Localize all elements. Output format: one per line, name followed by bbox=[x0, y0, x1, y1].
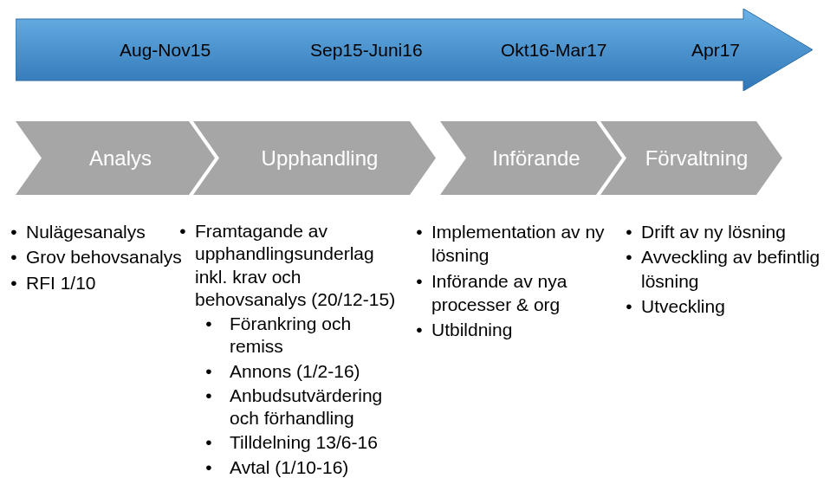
list-item: •Avveckling av befintlig lösning bbox=[617, 245, 821, 293]
list-item: •Drift av ny lösning bbox=[617, 220, 821, 243]
list-item: •RFI 1/10 bbox=[2, 271, 184, 294]
list-item: •Implementation av ny lösning bbox=[407, 220, 606, 268]
timeline-labels: Aug-Nov15 Sep15-Juni16 Okt16-Mar17 Apr17 bbox=[16, 9, 813, 91]
timeline-label-3: Apr17 bbox=[691, 40, 740, 61]
bullet-list: •Framtagande av upphandlingsunderlag ink… bbox=[171, 220, 405, 479]
chevron-shape bbox=[193, 121, 436, 195]
bullet-list: •Implementation av ny lösning •Införande… bbox=[407, 220, 606, 341]
phase-chevrons: Analys Upphandling Införande Förvaltning bbox=[16, 121, 813, 195]
timeline-label-1: Sep15-Juni16 bbox=[310, 40, 423, 61]
list-item: •Tilldelning 13/6-16 bbox=[171, 431, 405, 454]
svg-marker-2 bbox=[193, 121, 436, 195]
detail-col-forvaltning: •Drift av ny lösning •Avveckling av befi… bbox=[617, 220, 821, 320]
phase-chevron-forvaltning: Förvaltning bbox=[600, 121, 782, 195]
chevron-shape bbox=[440, 121, 622, 195]
bullet-list: •Nulägesanalys •Grov behovsanalys •RFI 1… bbox=[2, 220, 184, 294]
chevron-shape bbox=[600, 121, 782, 195]
timeline-arrow: Aug-Nov15 Sep15-Juni16 Okt16-Mar17 Apr17 bbox=[16, 9, 813, 91]
list-item: •Anbudsutvärdering och förhandling bbox=[171, 384, 405, 430]
detail-col-upphandling: •Framtagande av upphandlingsunderlag ink… bbox=[171, 220, 405, 481]
list-item: •Införande av nya processer & org bbox=[407, 269, 606, 317]
timeline-label-0: Aug-Nov15 bbox=[120, 40, 211, 61]
detail-col-inforande: •Implementation av ny lösning •Införande… bbox=[407, 220, 606, 343]
list-item: •Avtal (1/10-16) bbox=[171, 456, 405, 479]
phase-chevron-upphandling: Upphandling bbox=[193, 121, 436, 195]
list-item: •Utbildning bbox=[407, 318, 606, 341]
detail-col-analys: •Nulägesanalys •Grov behovsanalys •RFI 1… bbox=[2, 220, 184, 296]
timeline-label-2: Okt16-Mar17 bbox=[501, 40, 607, 61]
chevron-shape bbox=[16, 121, 215, 195]
list-item: •Utveckling bbox=[617, 294, 821, 318]
svg-marker-1 bbox=[16, 121, 215, 195]
svg-marker-3 bbox=[440, 121, 622, 195]
phase-chevron-analys: Analys bbox=[16, 121, 215, 195]
list-item: •Förankring och remiss bbox=[171, 313, 405, 359]
list-item: •Nulägesanalys bbox=[2, 220, 184, 243]
list-item: •Grov behovsanalys bbox=[2, 245, 184, 268]
list-item: •Framtagande av upphandlingsunderlag ink… bbox=[171, 220, 405, 311]
bullet-list: •Drift av ny lösning •Avveckling av befi… bbox=[617, 220, 821, 318]
list-item: •Annons (1/2-16) bbox=[171, 360, 405, 383]
svg-marker-4 bbox=[600, 121, 782, 195]
phase-chevron-inforande: Införande bbox=[440, 121, 622, 195]
